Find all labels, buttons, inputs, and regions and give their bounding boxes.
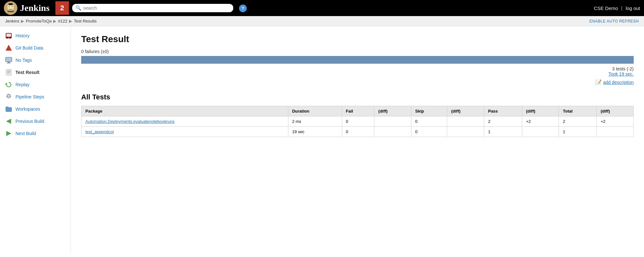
col-skip-diff: (diff)	[447, 106, 484, 116]
svg-marker-25	[6, 119, 11, 124]
main-layout: History Git Build Data No Tags Test Resu…	[0, 26, 644, 254]
svg-rect-16	[6, 58, 12, 61]
logo-area: Jenkins	[4, 1, 50, 15]
breadcrumb-build[interactable]: #122	[58, 19, 67, 23]
svg-point-4	[9, 6, 9, 7]
table-cell: 0	[411, 116, 447, 127]
svg-point-9	[6, 37, 8, 39]
svg-point-5	[12, 6, 13, 7]
table-cell: 2	[484, 116, 522, 127]
sidebar-item-pipeline-steps[interactable]: Pipeline Steps	[0, 91, 71, 103]
col-package: Package	[82, 106, 288, 116]
monitor-icon	[5, 57, 12, 64]
col-fail: Fail	[342, 106, 374, 116]
table-cell	[447, 116, 484, 127]
search-input-wrap: 🔍	[72, 4, 233, 12]
jenkins-logo-icon	[4, 1, 17, 15]
add-description-area: 📝 add description	[81, 79, 634, 85]
table-cell: 2 ms	[288, 116, 342, 127]
sidebar-item-previous-build[interactable]: Previous Build	[0, 115, 71, 127]
notification-badge[interactable]: 2	[55, 1, 69, 15]
table-cell: +2	[597, 116, 634, 127]
sidebar-item-next-build-label: Next Build	[15, 131, 36, 136]
sidebar-item-no-tags-label: No Tags	[15, 58, 32, 63]
col-total: Total	[559, 106, 597, 116]
clipboard-icon	[5, 69, 12, 76]
col-pass: Pass	[484, 106, 522, 116]
sidebar-item-test-result[interactable]: Test Result	[0, 66, 71, 78]
sidebar-item-replay[interactable]: Replay	[0, 78, 71, 91]
sidebar-item-workspaces-label: Workspaces	[15, 106, 40, 112]
next-build-icon	[5, 130, 12, 137]
table-cell	[374, 116, 411, 127]
progress-bar	[81, 56, 634, 64]
failures-text: 0 failures (±0)	[81, 49, 634, 54]
table-cell: 1	[559, 127, 597, 137]
sidebar-item-history[interactable]: History	[0, 30, 71, 42]
col-pass-diff: (diff)	[522, 106, 559, 116]
col-skip: Skip	[411, 106, 447, 116]
table-cell	[447, 127, 484, 137]
sidebar-item-git-label: Git Build Data	[15, 45, 43, 50]
sidebar-item-pipeline-label: Pipeline Steps	[15, 94, 44, 99]
search-icon: 🔍	[75, 5, 82, 11]
edit-icon: 📝	[595, 79, 602, 85]
breadcrumb: Jenkins ▶ PromoteToQa ▶ #122 ▶ Test Resu…	[0, 16, 644, 26]
help-icon-button[interactable]: ?	[239, 4, 247, 12]
col-total-diff: (diff)	[597, 106, 634, 116]
col-fail-diff: (diff)	[374, 106, 411, 116]
header: Jenkins 2 🔍 ? CSE Demo | log out	[0, 0, 644, 16]
table-cell: +2	[522, 116, 559, 127]
svg-marker-12	[6, 45, 12, 50]
table-cell: 2	[559, 116, 597, 127]
breadcrumb-sep-3: ▶	[69, 19, 72, 23]
table-cell: 0	[342, 116, 374, 127]
search-input[interactable]	[83, 5, 230, 11]
table-cell	[522, 127, 559, 137]
svg-marker-26	[6, 131, 11, 136]
sidebar: History Git Build Data No Tags Test Resu…	[0, 26, 71, 254]
breadcrumb-test-results: Test Results	[74, 19, 97, 23]
breadcrumb-jenkins[interactable]: Jenkins	[5, 19, 19, 23]
took-link[interactable]: Took 19 sec.	[608, 71, 634, 77]
package-link[interactable]: Automation.Deployments.evaluatenotebookr…	[85, 119, 175, 124]
svg-point-10	[10, 37, 11, 39]
sidebar-item-history-label: History	[15, 33, 30, 38]
table-cell: 0	[411, 127, 447, 137]
auto-refresh-link[interactable]: ENABLE AUTO REFRESH	[590, 19, 639, 23]
svg-rect-18	[7, 69, 10, 70]
history-icon	[5, 32, 12, 39]
replay-icon	[5, 81, 12, 88]
table-cell	[597, 127, 634, 137]
app-title: Jenkins	[20, 3, 50, 13]
table-row: Automation.Deployments.evaluatenotebookr…	[82, 116, 634, 127]
add-description-link[interactable]: add description	[603, 80, 634, 85]
breadcrumb-sep-2: ▶	[53, 19, 56, 23]
gear-icon	[5, 93, 12, 100]
sidebar-item-git-build-data[interactable]: Git Build Data	[0, 42, 71, 54]
table-cell: 19 sec	[288, 127, 342, 137]
svg-rect-17	[6, 69, 11, 75]
user-area: CSE Demo | log out	[594, 5, 640, 11]
all-tests-title: All Tests	[81, 93, 634, 101]
svg-rect-7	[8, 3, 13, 5]
breadcrumb-promotetqa[interactable]: PromoteToQa	[26, 19, 52, 23]
table-row: test_appendcol19 sec0011	[82, 127, 634, 137]
package-link[interactable]: test_appendcol	[85, 129, 114, 134]
sidebar-item-no-tags[interactable]: No Tags	[0, 54, 71, 66]
logout-link[interactable]: log out	[626, 5, 640, 11]
git-icon	[5, 44, 12, 51]
sidebar-item-next-build[interactable]: Next Build	[0, 127, 71, 140]
svg-point-24	[8, 96, 10, 98]
page-title: Test Result	[81, 34, 634, 44]
sidebar-item-test-result-label: Test Result	[15, 70, 39, 75]
progress-bar-fill	[81, 56, 634, 64]
table-cell	[374, 127, 411, 137]
tests-table-body: Automation.Deployments.evaluatenotebookr…	[82, 116, 634, 137]
table-cell: 1	[484, 127, 522, 137]
test-stats: 3 tests (-2) Took 19 sec.	[81, 66, 634, 77]
separator: |	[621, 5, 622, 11]
sidebar-item-workspaces[interactable]: Workspaces	[0, 103, 71, 115]
svg-rect-11	[6, 34, 11, 37]
svg-rect-6	[7, 11, 14, 12]
